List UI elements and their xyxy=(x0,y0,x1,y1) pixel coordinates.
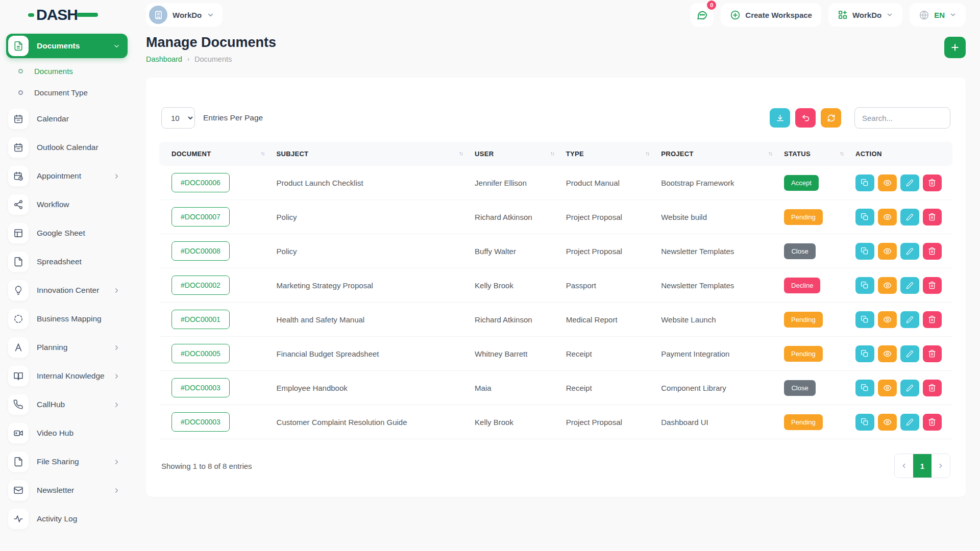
table-row: #DOC00008PolicyBuffy WalterProject Propo… xyxy=(159,234,952,268)
copy-button[interactable] xyxy=(855,209,874,226)
status-badge[interactable]: Close xyxy=(784,380,816,396)
add-document-button[interactable] xyxy=(944,37,966,58)
edit-button[interactable] xyxy=(900,277,919,294)
copy-button[interactable] xyxy=(855,243,874,260)
messages-button[interactable]: 0 xyxy=(690,3,714,27)
delete-button[interactable] xyxy=(923,380,942,396)
copy-button[interactable] xyxy=(855,311,874,328)
edit-button[interactable] xyxy=(900,311,919,328)
status-badge[interactable]: Pending xyxy=(784,414,823,430)
delete-icon xyxy=(928,281,936,289)
view-button[interactable] xyxy=(878,414,897,431)
file-text-icon xyxy=(8,36,29,56)
document-id-badge[interactable]: #DOC00008 xyxy=(172,241,230,261)
view-button[interactable] xyxy=(878,345,897,362)
sidebar-item-documents[interactable]: Documents xyxy=(6,34,128,58)
project-cell: Website build xyxy=(655,200,778,234)
search-input[interactable] xyxy=(854,107,950,129)
edit-button[interactable] xyxy=(900,209,919,226)
workspace-switcher[interactable]: WorkDo xyxy=(146,3,223,27)
sidebar-item-activity-log[interactable]: Activity Log xyxy=(6,508,128,530)
sidebar-item-newsletter[interactable]: Newsletter xyxy=(6,480,128,501)
view-icon xyxy=(883,247,892,256)
edit-button[interactable] xyxy=(900,174,919,191)
create-workspace-button[interactable]: Create Workspace xyxy=(721,3,821,27)
entries-per-page-select[interactable]: 10 xyxy=(161,107,195,129)
edit-button[interactable] xyxy=(900,380,919,396)
status-badge[interactable]: Close xyxy=(784,243,816,259)
copy-button[interactable] xyxy=(855,380,874,396)
view-button[interactable] xyxy=(878,174,897,191)
sort-icon[interactable]: ↑↓ xyxy=(768,150,772,156)
status-badge[interactable]: Decline xyxy=(784,278,820,293)
breadcrumb-dashboard-link[interactable]: Dashboard xyxy=(146,55,182,63)
delete-button[interactable] xyxy=(923,277,942,294)
view-button[interactable] xyxy=(878,380,897,396)
project-cell: Payment Integration xyxy=(655,337,778,371)
sidebar-item-spreadsheet[interactable]: Spreadsheet xyxy=(6,251,128,272)
delete-button[interactable] xyxy=(923,209,942,226)
sidebar-item-outlook-calendar[interactable]: Outlook Calendar xyxy=(6,137,128,158)
status-badge[interactable]: Pending xyxy=(784,209,823,225)
copy-button[interactable] xyxy=(855,277,874,294)
workspace-dropdown[interactable]: WorkDo xyxy=(828,3,902,27)
file-icon xyxy=(8,252,29,272)
sidebar-item-callhub[interactable]: CallHub xyxy=(6,394,128,415)
sidebar-item-innovation-center[interactable]: Innovation Center xyxy=(6,280,128,301)
edit-button[interactable] xyxy=(900,345,919,362)
delete-button[interactable] xyxy=(923,174,942,191)
copy-icon xyxy=(861,315,869,323)
document-id-badge[interactable]: #DOC00003 xyxy=(172,412,230,432)
delete-button[interactable] xyxy=(923,414,942,431)
sort-icon[interactable]: ↑↓ xyxy=(840,150,843,156)
refresh-button[interactable] xyxy=(821,108,841,128)
sidebar-item-calendar[interactable]: Calendar xyxy=(6,108,128,130)
view-button[interactable] xyxy=(878,243,897,260)
pagination-next-button[interactable] xyxy=(932,454,950,478)
edit-button[interactable] xyxy=(900,414,919,431)
grid-plus-icon xyxy=(838,10,848,20)
document-id-badge[interactable]: #DOC00007 xyxy=(172,207,230,227)
sort-icon[interactable]: ↑↓ xyxy=(459,150,462,156)
edit-button[interactable] xyxy=(900,243,919,260)
view-button[interactable] xyxy=(878,209,897,226)
copy-button[interactable] xyxy=(855,174,874,191)
delete-button[interactable] xyxy=(923,311,942,328)
copy-button[interactable] xyxy=(855,414,874,431)
document-id-badge[interactable]: #DOC00006 xyxy=(172,173,230,192)
status-badge[interactable]: Accept xyxy=(784,175,819,191)
sidebar-item-workflow[interactable]: Workflow xyxy=(6,194,128,215)
brand-logo[interactable]: DASH xyxy=(0,6,133,23)
sidebar-item-video-hub[interactable]: Video Hub xyxy=(6,422,128,444)
view-button[interactable] xyxy=(878,277,897,294)
export-button[interactable] xyxy=(770,108,790,128)
view-button[interactable] xyxy=(878,311,897,328)
sort-icon[interactable]: ↑↓ xyxy=(261,150,264,156)
copy-button[interactable] xyxy=(855,345,874,362)
pagination-prev-button[interactable] xyxy=(895,454,913,478)
sidebar-item-business-mapping[interactable]: Business Mapping xyxy=(6,308,128,330)
document-id-badge[interactable]: #DOC00005 xyxy=(172,344,230,363)
sidebar-item-planning[interactable]: Planning xyxy=(6,337,128,358)
reset-button[interactable] xyxy=(795,108,816,128)
sort-icon[interactable]: ↑↓ xyxy=(645,150,649,156)
sidebar-item-documents[interactable]: Documents xyxy=(6,62,128,80)
calendar-icon xyxy=(8,109,29,129)
sidebar-item-appointment[interactable]: Appointment xyxy=(6,165,128,187)
document-id-badge[interactable]: #DOC00003 xyxy=(172,378,230,397)
sidebar-item-google-sheet[interactable]: Google Sheet xyxy=(6,222,128,244)
status-badge[interactable]: Pending xyxy=(784,312,823,328)
sidebar-item-document-type[interactable]: Document Type xyxy=(6,84,128,101)
status-badge[interactable]: Pending xyxy=(784,346,823,362)
delete-button[interactable] xyxy=(923,243,942,260)
sidebar-item-internal-knowledge[interactable]: Internal Knowledge xyxy=(6,365,128,387)
document-id-badge[interactable]: #DOC00001 xyxy=(172,310,230,329)
sort-icon[interactable]: ↑↓ xyxy=(550,150,554,156)
document-id-badge[interactable]: #DOC00002 xyxy=(172,276,230,295)
entries-per-page-label: Entries Per Page xyxy=(203,113,263,122)
delete-button[interactable] xyxy=(923,345,942,362)
pagination-page-1[interactable]: 1 xyxy=(913,454,932,478)
delete-icon xyxy=(928,349,936,358)
sidebar-item-file-sharing[interactable]: File Sharing xyxy=(6,451,128,472)
language-dropdown[interactable]: EN xyxy=(910,3,966,27)
